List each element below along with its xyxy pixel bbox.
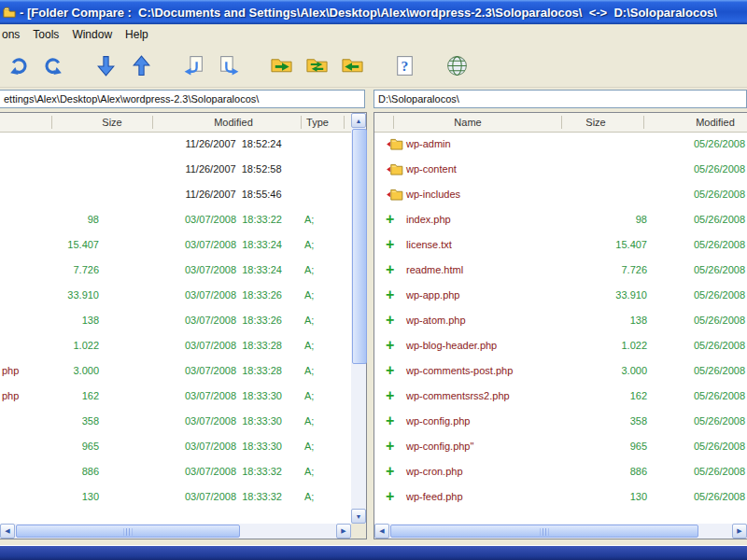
add-icon: + xyxy=(386,207,394,232)
cell-name: wp-atom.php xyxy=(406,308,466,333)
cell-size: 98 xyxy=(561,207,647,232)
table-row[interactable]: +wp-cron.php88605/26/2008 xyxy=(374,459,747,484)
folder-icon xyxy=(386,138,403,151)
cell-modified: 03/07/2008 18:33:22 xyxy=(149,207,317,232)
cell-modified: 05/26/2008 xyxy=(694,258,747,283)
table-row[interactable]: 35803/07/2008 18:33:30A; xyxy=(0,409,351,434)
left-horizontal-scrollbar[interactable]: ◀ ▶ xyxy=(0,524,351,539)
scroll-thumb[interactable] xyxy=(16,525,240,538)
scroll-thumb[interactable] xyxy=(390,525,698,538)
column-separator xyxy=(51,116,52,129)
scroll-right-button[interactable]: ▶ xyxy=(732,524,747,539)
cell-modified: 11/26/2007 18:52:58 xyxy=(149,157,317,182)
column-header-modified[interactable]: Modified xyxy=(673,113,747,132)
cell-type: A; xyxy=(304,358,314,384)
column-separator xyxy=(152,116,153,129)
cell-size xyxy=(19,132,99,157)
table-row[interactable]: 13803/07/2008 18:33:26A; xyxy=(0,308,351,333)
column-header-name[interactable]: Name xyxy=(402,113,533,132)
right-pane-header: Name Size Modified xyxy=(374,113,747,133)
table-row[interactable]: 13003/07/2008 18:33:32A; xyxy=(0,484,351,510)
column-header-size[interactable]: Size xyxy=(554,113,638,132)
table-row[interactable]: wp-admin05/26/2008 xyxy=(374,132,747,157)
table-row[interactable]: +index.php9805/26/2008 xyxy=(374,207,747,232)
table-row[interactable]: +readme.html7.72605/26/2008 xyxy=(374,258,747,283)
table-row[interactable]: 96503/07/2008 18:33:30A; xyxy=(0,434,351,459)
copy-file-right-button[interactable] xyxy=(213,50,245,82)
cell-name: wp-config.php xyxy=(406,409,471,434)
table-row[interactable]: php3.00003/07/2008 18:33:28A; xyxy=(0,358,351,384)
menu-item-actions[interactable]: ons xyxy=(0,25,28,44)
cell-size: 965 xyxy=(19,434,99,459)
table-row[interactable]: wp-includes05/26/2008 xyxy=(374,182,747,207)
cell-size xyxy=(19,182,99,207)
table-row[interactable]: 33.91003/07/2008 18:33:26A; xyxy=(0,283,351,308)
right-horizontal-scrollbar[interactable]: ◀ ▶ xyxy=(374,524,747,539)
scroll-up-button[interactable]: ▲ xyxy=(351,113,366,128)
table-row[interactable]: +wp-app.php33.91005/26/2008 xyxy=(374,283,747,308)
cell-size: 358 xyxy=(561,409,647,434)
cell-size: 33.910 xyxy=(561,283,647,308)
table-row[interactable]: +license.txt15.40705/26/2008 xyxy=(374,232,747,258)
table-row[interactable]: 88603/07/2008 18:33:32A; xyxy=(0,459,351,484)
table-row[interactable]: 11/26/2007 18:52:24 xyxy=(0,132,351,157)
cell-name: wp-app.php xyxy=(406,283,460,308)
table-row[interactable]: +wp-config.php"96505/26/2008 xyxy=(374,434,747,459)
cell-type: A; xyxy=(304,459,314,484)
scroll-thumb[interactable] xyxy=(352,129,367,364)
right-path-input[interactable]: D:\Soloparalocos\ xyxy=(374,90,747,108)
cell-name: index.php xyxy=(406,207,451,232)
cell-size xyxy=(561,132,647,157)
redo-button[interactable] xyxy=(37,50,69,82)
copy-folder-right-button[interactable] xyxy=(265,50,297,82)
cell-size: 138 xyxy=(19,308,99,333)
app-icon xyxy=(3,6,16,19)
help-button[interactable]: ? xyxy=(388,50,420,82)
scroll-down-button[interactable]: ▼ xyxy=(351,509,366,524)
table-row[interactable]: 15.40703/07/2008 18:33:24A; xyxy=(0,232,351,258)
copy-file-left-button[interactable] xyxy=(177,50,209,82)
table-row[interactable]: +wp-config.php35805/26/2008 xyxy=(374,409,747,434)
table-row[interactable]: 11/26/2007 18:52:58 xyxy=(0,157,351,182)
add-icon: + xyxy=(386,308,394,333)
copy-folder-left-button[interactable] xyxy=(336,50,368,82)
cell-modified: 03/07/2008 18:33:30 xyxy=(149,384,317,409)
next-difference-button[interactable] xyxy=(90,50,121,82)
menu-item-tools[interactable]: Tools xyxy=(28,25,67,44)
cell-type: A; xyxy=(304,434,314,459)
undo-button[interactable] xyxy=(2,50,34,82)
table-row[interactable]: 9803/07/2008 18:33:22A; xyxy=(0,207,351,232)
scroll-right-button[interactable]: ▶ xyxy=(336,524,351,539)
menu-item-window[interactable]: Window xyxy=(67,25,120,44)
table-row[interactable]: 1.02203/07/2008 18:33:28A; xyxy=(0,333,351,358)
scroll-left-button[interactable]: ◀ xyxy=(374,524,389,539)
scroll-left-button[interactable]: ◀ xyxy=(0,524,15,539)
table-row[interactable]: +wp-commentsrss2.php16205/26/2008 xyxy=(374,384,747,409)
cell-size: 965 xyxy=(561,434,647,459)
cell-modified: 03/07/2008 18:33:32 xyxy=(149,459,317,484)
left-vertical-scrollbar[interactable]: ▲ ▼ xyxy=(351,113,366,524)
table-row[interactable]: 7.72603/07/2008 18:33:24A; xyxy=(0,258,351,283)
sync-folders-button[interactable] xyxy=(301,50,332,82)
table-row[interactable]: +wp-feed.php13005/26/2008 xyxy=(374,484,747,510)
previous-difference-button[interactable] xyxy=(125,50,157,82)
column-header-type[interactable]: Type xyxy=(289,113,345,132)
table-row[interactable]: +wp-comments-post.php3.00005/26/2008 xyxy=(374,358,747,384)
table-row[interactable]: +wp-atom.php13805/26/2008 xyxy=(374,308,747,333)
cell-name: wp-comments-post.php xyxy=(406,358,513,384)
column-header-size[interactable]: Size xyxy=(56,113,168,132)
add-icon: + xyxy=(386,232,394,258)
left-path-input[interactable]: ettings\Alex\Desktop\Alex\wordpress-2.3\… xyxy=(0,90,365,108)
cell-type: A; xyxy=(304,283,314,308)
left-pane: Size Modified Type 11/26/2007 18:52:2411… xyxy=(0,112,367,539)
cell-modified: 03/07/2008 18:33:24 xyxy=(149,232,317,258)
cell-modified: 05/26/2008 xyxy=(694,283,747,308)
cell-type: A; xyxy=(304,308,314,333)
menu-item-help[interactable]: Help xyxy=(120,25,157,44)
table-row[interactable]: 11/26/2007 18:55:46 xyxy=(0,182,351,207)
table-row[interactable]: wp-content05/26/2008 xyxy=(374,157,747,182)
table-row[interactable]: php16203/07/2008 18:33:30A; xyxy=(0,384,351,409)
web-update-button[interactable] xyxy=(441,50,472,82)
title-bar[interactable]: - [Folder Compare : C:\Documents and Set… xyxy=(0,0,747,24)
table-row[interactable]: +wp-blog-header.php1.02205/26/2008 xyxy=(374,333,747,358)
